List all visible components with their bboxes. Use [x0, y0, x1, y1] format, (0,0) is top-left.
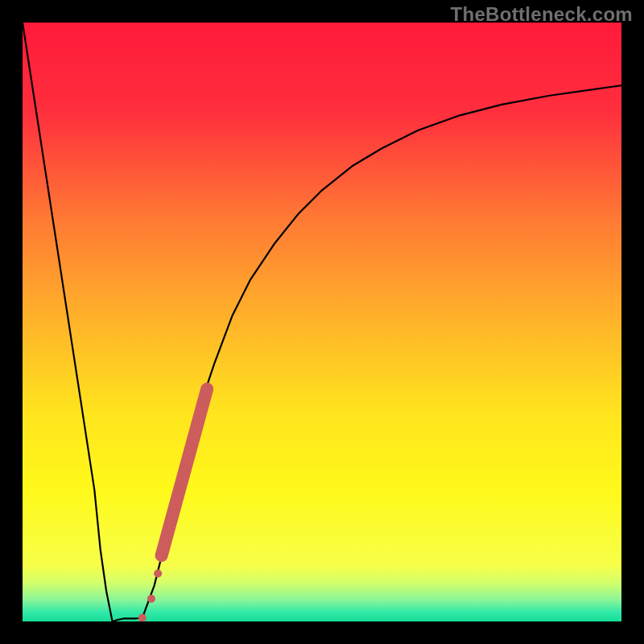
bottleneck-chart — [23, 23, 621, 621]
highlight-dot — [147, 595, 155, 603]
gradient-background — [23, 23, 621, 621]
chart-frame: TheBottleneck.com — [0, 0, 644, 644]
highlight-dot — [154, 569, 162, 577]
plot-area — [23, 23, 621, 621]
highlight-dot — [157, 551, 167, 560]
